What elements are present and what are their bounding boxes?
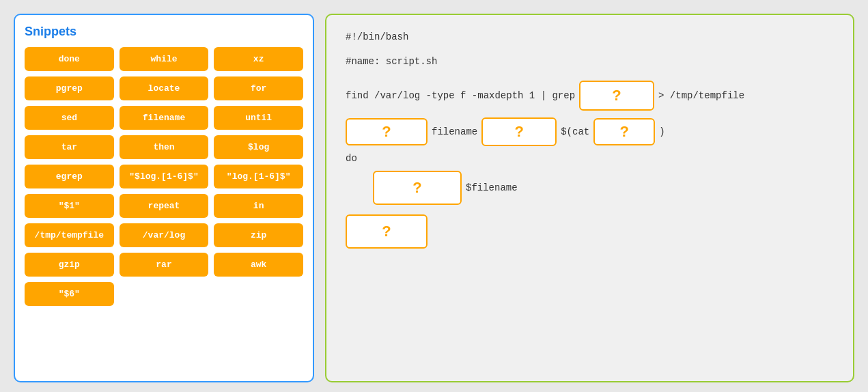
do-keyword: do — [346, 153, 357, 164]
code-line-1: #!/bin/bash — [346, 31, 834, 42]
snippet-btn-xz[interactable]: xz — [214, 47, 303, 71]
blank-cat-arg[interactable]: ? — [593, 118, 655, 145]
cat-text: $(cat — [561, 126, 589, 137]
snippet-btn-filename[interactable]: filename — [120, 106, 209, 130]
snippet-btn-sed[interactable]: sed — [25, 106, 114, 130]
snippet-btn-then[interactable]: then — [120, 135, 209, 159]
snippet-btn--log[interactable]: $log — [214, 135, 303, 159]
snippet-btn-done[interactable]: done — [25, 47, 114, 71]
snippet-btn-while[interactable]: while — [120, 47, 209, 71]
snippet-btn--log--1-6---[interactable]: "log.[1-6]$" — [214, 165, 303, 188]
snippets-panel: Snippets donewhilexzpgreplocateforsedfil… — [14, 14, 314, 382]
snippet-btn---log--1-6---[interactable]: "$log.[1-6]$" — [120, 165, 209, 188]
shebang: #!/bin/bash — [346, 31, 408, 42]
snippet-btn-zip[interactable]: zip — [214, 223, 303, 247]
snippet-btn---1-[interactable]: "$1" — [25, 194, 114, 218]
snippet-btn-for[interactable]: for — [214, 76, 303, 100]
blank-in-keyword[interactable]: ? — [481, 117, 557, 146]
name-comment: #name: script.sh — [346, 56, 437, 67]
dollar-filename: $filename — [466, 182, 518, 193]
blank-grep-arg[interactable]: ? — [579, 81, 654, 111]
redirect-text: > /tmp/tempfile — [658, 90, 744, 101]
code-line-done: ? — [346, 214, 834, 249]
code-line-body: ? $filename — [346, 171, 834, 205]
snippet-btn--var-log[interactable]: /var/log — [120, 223, 209, 247]
code-line-find: find /var/log -type f -maxdepth 1 | grep… — [346, 81, 834, 111]
snippet-btn-gzip[interactable]: gzip — [25, 253, 114, 277]
code-line-for: ? filename ? $(cat ? ) — [346, 117, 834, 146]
blank-body-cmd[interactable]: ? — [373, 171, 462, 205]
code-line-do: do — [346, 153, 834, 164]
snippet-btn-until[interactable]: until — [214, 106, 303, 130]
snippet-btn-egrep[interactable]: egrep — [25, 165, 114, 188]
snippet-btn-locate[interactable]: locate — [120, 76, 209, 100]
snippets-title: Snippets — [25, 25, 303, 39]
code-line-2: #name: script.sh — [346, 56, 834, 67]
snippet-btn-repeat[interactable]: repeat — [120, 194, 209, 218]
snippet-btn-pgrep[interactable]: pgrep — [25, 76, 114, 100]
snippet-btn-tar[interactable]: tar — [25, 135, 114, 159]
snippet-btn-awk[interactable]: awk — [214, 253, 303, 277]
main-container: Snippets donewhilexzpgreplocateforsedfil… — [14, 14, 854, 382]
paren-close: ) — [659, 126, 664, 137]
snippet-btn--tmp-tempfile[interactable]: /tmp/tempfile — [25, 223, 114, 247]
find-command: find /var/log -type f -maxdepth 1 | grep — [346, 90, 575, 101]
snippet-btn-in[interactable]: in — [214, 194, 303, 218]
blank-for-keyword[interactable]: ? — [346, 118, 428, 145]
snippet-btn-rar[interactable]: rar — [120, 253, 209, 277]
code-panel: #!/bin/bash #name: script.sh find /var/l… — [325, 14, 854, 382]
snippets-grid: donewhilexzpgreplocateforsedfilenameunti… — [25, 47, 303, 306]
snippet-btn---6-[interactable]: "$6" — [25, 282, 114, 306]
blank-done-keyword[interactable]: ? — [346, 214, 428, 249]
filename-text: filename — [432, 126, 477, 137]
